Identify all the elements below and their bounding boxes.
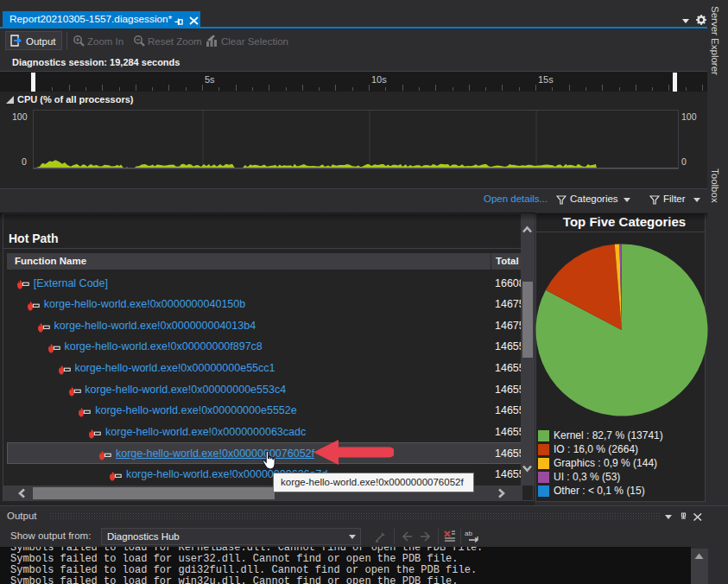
svg-text:ab: ab — [465, 530, 472, 537]
